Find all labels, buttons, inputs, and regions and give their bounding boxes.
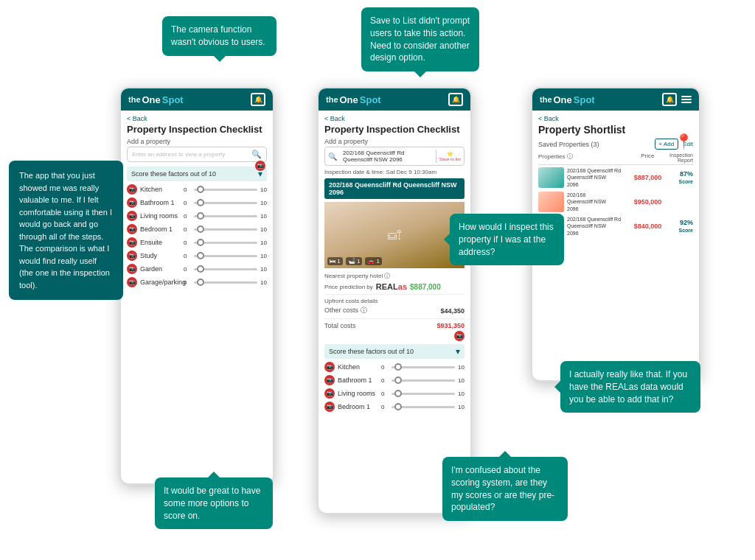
camera-ensuite-1[interactable]: 📷 [127,237,137,248]
location-pin-3: 📍 [675,133,693,150]
prop-row-0[interactable]: 202/168 Queenscliff RdQueenscliff NSW209… [538,167,693,188]
prop-row-1[interactable]: 202/168Queenscliff NSW2096 $950,000 [538,192,693,212]
label-ensuite-1: Ensuite [140,239,181,246]
col-properties-3: Properties ⓘ [538,153,616,163]
label-garden-1: Garden [140,265,181,273]
val-garden-1: 0 [184,266,191,273]
quote-bubble-left: The app that you just showed me was real… [9,161,123,300]
track-garden-1[interactable] [194,268,257,270]
camera-kitchen-2[interactable]: 📷 [324,362,335,372]
label-kitchen-1: Kitchen [140,186,181,193]
camera-bed1-2[interactable]: 📷 [324,402,335,412]
brand-spot-2: Spot [360,94,381,105]
val-ensuite-1: 0 [184,239,191,246]
badge-bed-2: 🛏 1 [327,257,343,265]
phone-1: the One Spot 🔔 < Back Property Inspectio… [119,87,274,485]
phone2-header-icons: 🔔 [448,93,463,106]
camera-living-1[interactable]: 📷 [127,211,137,221]
chevron-down-2[interactable]: ▾ [456,346,460,357]
score-label-1: Score these factors out of 10 [131,170,216,178]
track-bath1-1[interactable] [194,202,257,204]
total-costs-label-2: Total costs [324,322,356,329]
nearest-prop-2: Nearest property hotel ⓘ [324,272,465,280]
val-kitchen-2: 0 [381,364,389,371]
camera-study-1[interactable]: 📷 [127,251,137,261]
camera-bed1-1[interactable]: 📷 [127,224,137,234]
label-bath1-1: Bathroom 1 [140,199,181,206]
slider-row-study-1: 📷 Study 0 10 [127,251,267,261]
phone3-header-icons: 🔔 [662,93,692,106]
camera-living-2[interactable]: 📷 [324,388,335,399]
camera-float-1[interactable]: 📷 [255,161,265,171]
brand-spot-3: Spot [574,94,595,105]
val-bath1-1: 0 [184,200,191,206]
col-price-3: Price [616,153,655,163]
slider-row-kitchen-1: 📷 Kitchen 0 10 [127,184,267,195]
total-costs-value-2: $931,350 [436,322,465,329]
val-study-1: 0 [184,253,191,259]
slider-row-bed1-1: 📷 Bedroom 1 0 10 [127,224,267,234]
brand-one-2: One [340,94,358,105]
prop-score-0: 87%Score [661,170,693,185]
track-kitchen-1[interactable] [194,189,257,191]
scene: The app that you just showed me was real… [0,0,755,560]
label-living-1: Living rooms [140,212,181,220]
end-bath1-2: 10 [458,377,465,384]
slider-row-garage-1: 📷 Garage/parking 0 10 [127,277,267,287]
phone1-header-icons: 🔔 [251,93,265,106]
label-bed1-1: Bedroom 1 [140,225,181,233]
camera-kitchen-1[interactable]: 📷 [127,184,137,195]
track-study-1[interactable] [194,255,257,257]
notification-icon[interactable]: 🔔 [251,93,265,106]
back-link-2[interactable]: < Back [324,115,465,122]
notification-icon-2[interactable]: 🔔 [448,93,463,106]
phone1-header: the One Spot 🔔 [121,88,273,111]
prop-score-2: 92%Score [661,219,693,234]
add-property-label-1: Add a property [127,138,267,145]
score-header-1: Score these factors out of 10 ▾ [127,167,267,181]
end-ensuite-1: 10 [260,239,267,246]
track-bath1-2[interactable] [392,379,455,382]
brand-the-2: the [326,95,338,104]
camera-garage-1[interactable]: 📷 [127,277,137,287]
brand-the: the [128,95,141,104]
end-garden-1: 10 [260,266,267,273]
highlight-addr-2: 202/168 Queenscliff Rd Queenscliff NSW 2… [324,178,465,199]
back-link-1[interactable]: < Back [127,115,267,122]
bubble-score: I'm confused about the scoring system, a… [442,457,568,521]
search-icon-1[interactable]: 🔍 [251,150,262,159]
track-living-2[interactable] [392,393,455,395]
search-bar-1[interactable]: Enter an address to view a property 🔍 [127,147,267,162]
phone1-content: < Back Property Inspection Checklist Add… [121,111,273,295]
back-link-3[interactable]: < Back [538,115,693,122]
end-garage-1: 10 [260,279,267,286]
saved-label-3: Saved Properties (3) [538,141,599,148]
save-to-list-btn-2[interactable]: ⭐ Save to list [436,150,464,163]
table-header-3: Properties ⓘ Price Inspection Report [538,153,693,165]
addr-bar-2[interactable]: 🔍 202/168 Queenscliff Rd Queenscliff NSW… [324,147,465,166]
sliders-container-2: 📷 Kitchen 0 10 📷 Bathroom 1 0 10 📷 Livin… [324,362,465,412]
camera-garden-1[interactable]: 📷 [127,264,137,274]
camera-float-2[interactable]: 📷 [324,331,465,341]
val-living-2: 0 [381,391,389,397]
bubble-like: I actually really like that. If you have… [560,361,700,413]
realas-brand-2: REALas [376,282,407,291]
track-living-1[interactable] [194,215,257,217]
hamburger-menu-3[interactable] [681,96,692,103]
track-ensuite-1[interactable] [194,242,257,244]
track-bed1-1[interactable] [194,228,257,231]
phone2-title: Property Inspection Checklist [324,124,465,135]
camera-icon-2[interactable]: 📷 [454,331,465,341]
phone2-header: the One Spot 🔔 [319,88,470,111]
notification-icon-3[interactable]: 🔔 [662,93,677,106]
slider-row-kitchen-2: 📷 Kitchen 0 10 [324,362,465,372]
slider-row-garden-1: 📷 Garden 0 10 [127,264,267,274]
track-bed1-2[interactable] [392,406,455,408]
phone2-content: < Back Property Inspection Checklist Add… [319,111,470,419]
track-garage-1[interactable] [194,281,257,284]
camera-bath1-2[interactable]: 📷 [324,375,335,385]
track-kitchen-2[interactable] [392,366,455,368]
camera-icon-1[interactable]: 📷 [255,161,265,171]
camera-bath1-1[interactable]: 📷 [127,197,137,208]
search-placeholder-1: Enter an address to view a property [132,151,225,158]
